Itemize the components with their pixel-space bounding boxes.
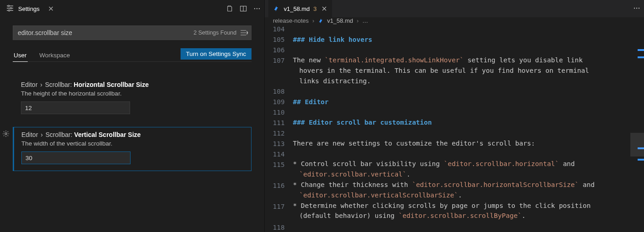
svg-point-9 [636,7,637,8]
close-icon[interactable] [321,5,327,12]
code-line[interactable] [293,221,610,232]
code-line[interactable]: ### Hide link hovers [293,35,610,45]
code-line[interactable]: The new `terminal.integrated.showLinkHov… [293,55,610,86]
code-line[interactable]: * Control scroll bar visibility using `e… [293,159,610,180]
minimap-mark [638,159,644,161]
code-line[interactable] [293,107,610,117]
code-line[interactable]: ### Editor scroll bar customization [293,117,610,128]
editor-tab-modified: 3 [313,5,317,12]
breadcrumb-folder[interactable]: release-notes [273,17,309,24]
editor-tab-filename: v1_58.md [284,5,310,12]
code-line[interactable] [293,149,610,159]
editor-tab[interactable]: v1_58.md 3 [268,0,332,17]
markdown-file-icon [318,18,324,24]
code-line[interactable] [293,128,610,138]
settings-results-count: 2 Settings Found [193,30,236,36]
svg-point-0 [8,5,9,6]
settings-icon [6,5,14,13]
settings-search[interactable]: 2 Settings Found [13,25,252,40]
more-icon[interactable] [633,5,640,13]
svg-point-1 [10,7,11,9]
minimap-mark [638,49,644,51]
filter-icon[interactable] [240,29,248,36]
setting-value-input[interactable] [21,151,131,164]
code-line[interactable] [293,24,610,35]
settings-pane: Settings 2 Settings Found [0,0,265,232]
code-line[interactable]: * Determine whether clicking scrolls by … [293,201,610,222]
setting-description: The height of the horizontal scrollbar. [21,90,245,97]
editor-pane: v1_58.md 3 release-notes › v1_58.md › … … [265,0,644,232]
code-line[interactable] [293,45,610,55]
more-icon[interactable] [253,5,261,12]
chevron-right-icon: › [312,17,314,24]
svg-point-10 [639,7,639,8]
markdown-file-icon [273,5,280,12]
breadcrumb[interactable]: release-notes › v1_58.md › … [265,17,644,24]
setting-description: The width of the vertical scrollbar. [21,140,245,147]
settings-tab-label: Settings [18,5,40,12]
minimap-slider[interactable] [630,133,644,156]
code-line[interactable]: ## Editor [293,97,610,107]
code-content[interactable]: ### Hide link hovers The new `terminal.i… [293,24,644,232]
minimap[interactable] [630,29,644,232]
setting-title: Editor › Scrollbar: Vertical Scrollbar S… [21,131,245,138]
settings-tab[interactable]: Settings [3,0,58,17]
chevron-right-icon: › [357,17,358,24]
line-gutter: 1041051061071081091101111121131141151161… [267,24,293,232]
breadcrumb-trail[interactable]: … [362,17,368,24]
setting-value-input[interactable] [21,101,130,114]
code-editor[interactable]: 1041051061071081091101111121131141151161… [265,24,644,232]
svg-point-8 [634,7,635,8]
settings-search-input[interactable] [18,29,193,36]
breadcrumb-file[interactable]: v1_58.md [327,17,353,24]
editor-toolbar [226,5,261,12]
code-line[interactable]: * Change their thickness with `editor.sc… [293,180,610,201]
close-icon[interactable] [48,5,54,12]
setting-title: Editor › Scrollbar: Horizontal Scrollbar… [21,81,245,88]
settings-list: Editor › Scrollbar: Horizontal Scrollbar… [13,62,252,171]
svg-point-4 [254,8,255,9]
setting-item[interactable]: Editor › Scrollbar: Vertical Scrollbar S… [13,127,252,171]
setting-item[interactable]: Editor › Scrollbar: Horizontal Scrollbar… [13,77,252,121]
scope-tab-workspace[interactable]: Workspace [39,49,71,61]
settings-scope-row: User Workspace Turn on Settings Sync [13,46,252,62]
open-changes-icon[interactable] [226,5,233,12]
scope-tab-user[interactable]: User [13,49,28,62]
settings-sync-button[interactable]: Turn on Settings Sync [181,48,252,60]
minimap-mark [638,56,644,58]
settings-titlebar: Settings [0,0,264,17]
code-line[interactable]: There are new settings to customize the … [293,138,610,149]
svg-point-5 [257,8,257,9]
code-line[interactable] [293,86,610,97]
svg-point-2 [8,10,10,11]
editor-tabs: v1_58.md 3 [265,0,644,17]
split-editor-icon[interactable] [240,5,247,12]
svg-point-7 [5,133,7,135]
gear-icon[interactable] [2,130,10,139]
settings-body: 2 Settings Found User Workspace Turn on … [0,17,264,171]
svg-point-6 [259,8,260,9]
